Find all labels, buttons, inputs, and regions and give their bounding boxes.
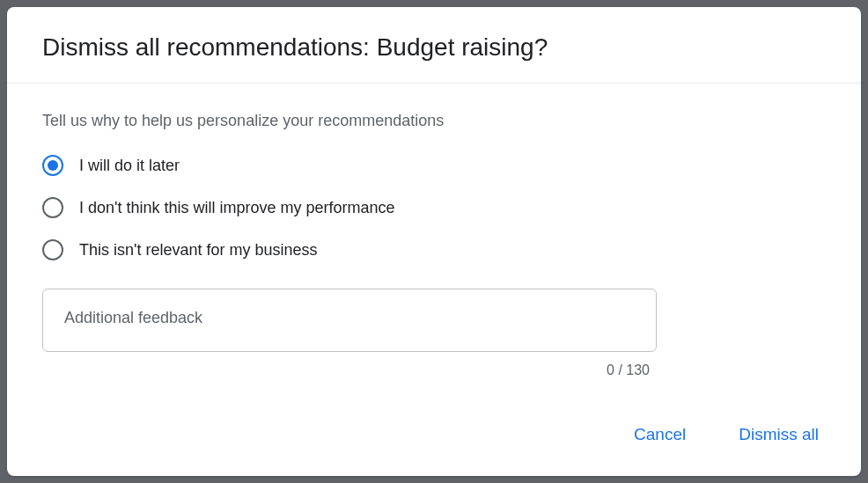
radio-label: I don't think this will improve my perfo… (79, 199, 395, 217)
dialog-title: Dismiss all recommendations: Budget rais… (42, 33, 826, 62)
radio-unselected-icon (42, 239, 63, 260)
feedback-textarea[interactable] (42, 289, 657, 352)
radio-selected-icon (42, 155, 63, 176)
dialog-footer: Cancel Dismiss all (7, 404, 861, 476)
feedback-field-wrapper: 0 / 130 (42, 289, 657, 378)
cancel-button[interactable]: Cancel (623, 418, 696, 451)
dismiss-recommendations-dialog: Dismiss all recommendations: Budget rais… (7, 7, 861, 476)
dialog-header: Dismiss all recommendations: Budget rais… (7, 7, 861, 84)
dialog-body: Tell us why to help us personalize your … (7, 84, 861, 404)
radio-dot-icon (48, 160, 58, 171)
radio-option-later[interactable]: I will do it later (42, 155, 826, 176)
radio-unselected-icon (42, 197, 63, 218)
dismiss-all-button[interactable]: Dismiss all (728, 418, 829, 451)
dialog-subtitle: Tell us why to help us personalize your … (42, 112, 826, 130)
reason-radio-group: I will do it later I don't think this wi… (42, 155, 826, 260)
char-counter: 0 / 130 (42, 362, 657, 378)
radio-label: This isn't relevant for my business (79, 241, 318, 260)
radio-option-no-improve[interactable]: I don't think this will improve my perfo… (42, 197, 826, 218)
radio-option-not-relevant[interactable]: This isn't relevant for my business (42, 239, 826, 260)
radio-label: I will do it later (79, 157, 180, 175)
